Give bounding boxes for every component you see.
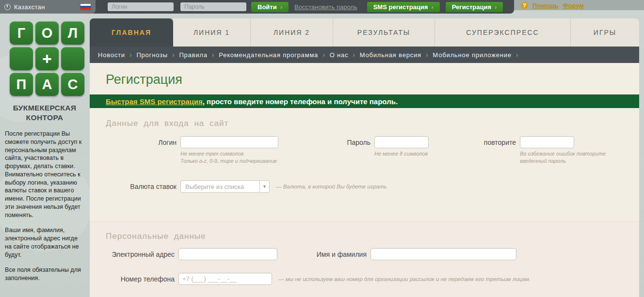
currency-hint: — Валюта, в которой Вы будете играть [276,180,387,189]
logo-tile: С [61,73,84,96]
login-hint-line1: Не менее трех символов. [180,150,278,157]
main-area: ГЛАВНАЯ ЛИНИЯ 1 ЛИНИЯ 2 РЕЗУЛЬТАТЫ СУПЕР… [90,14,639,297]
logo-tile: А [35,73,59,96]
sms-registration-button[interactable]: SMS регистрация › [367,2,440,12]
personal-section-title: Персональные данные [106,232,639,241]
sidebar: Г О Л + П А С БУКМЕКЕРСКАЯ КОНТОРА После… [0,14,90,297]
credentials-row: Логин Не менее трех символов. Только a-z… [90,136,639,165]
full-name-input[interactable] [370,248,516,260]
logo-subtitle-line2: КОНТОРА [5,113,84,123]
nav-item-referral[interactable]: Рекомендательная программа [219,51,318,59]
registration-password-input[interactable] [374,136,429,148]
russia-flag-icon[interactable] [80,4,91,10]
email-input[interactable] [178,248,277,260]
arrow-right-icon: › [280,3,282,11]
password-hint: Не менее 8 символов [374,150,429,157]
phone-hint: — мы не используем ваш номер для организ… [278,273,531,282]
password-input[interactable] [180,2,246,11]
nav-item-mobile-app[interactable]: Мобильное приложение [433,51,511,59]
help-link[interactable]: Помощь [532,2,558,9]
topbar: Казахстан Войти › Восстановить пароль SM… [0,0,514,14]
login-section-title: Данные для входа на сайт [106,119,639,128]
globe-icon [4,4,11,10]
topbar-right-links: ? Помощь Форум [521,0,584,11]
currency-select[interactable]: Выберите из списка ▼ [180,180,270,193]
login-hint: Не менее трех символов. Только a-z, 0-9,… [180,150,278,165]
login-input[interactable] [108,2,174,11]
tab-liniya-1[interactable]: ЛИНИЯ 1 [173,18,251,47]
chevron-right-icon: › [516,51,518,59]
logo-tile: Л [61,21,84,45]
recover-password-link[interactable]: Восстановить пароль [294,3,357,11]
chevron-right-icon: › [129,51,132,59]
banner-text: , просто введите номер телефона и получи… [203,97,398,106]
logo-tile: Г [10,21,33,45]
nav-item-mobile-version[interactable]: Мобильная версия [360,51,421,59]
sign-in-label: Войти [258,3,277,11]
page-title: Регистрация [106,72,639,87]
phone-input[interactable] [178,273,272,285]
logo-tile: П [10,73,33,96]
nav-item-pravila[interactable]: Правила [179,51,207,59]
language-selector[interactable]: Казахстан [0,0,96,14]
chevron-right-icon: › [353,51,355,59]
login-field-label: Логин [90,136,180,146]
logo-tile [61,47,84,70]
login-hint-line2: Только a-z, 0-9, тире и подчеркивание [180,157,278,165]
sidebar-paragraph: Все поля обязательны для заполнения. [5,266,84,282]
nav-item-o-nas[interactable]: О нас [330,51,349,59]
logo-tile [10,47,33,70]
nav-item-novosti[interactable]: Новости [98,51,125,59]
email-field-label: Электронный адрес [90,248,178,258]
registration-button[interactable]: Регистрация › [446,2,503,12]
phone-row: Номер телефона — мы не используем ваш но… [90,273,639,285]
email-name-row: Электронный адрес Имя и фамилия [90,248,639,260]
chevron-right-icon: › [426,51,428,59]
arrow-right-icon: › [431,3,433,11]
sidebar-paragraph: Ваши имя, фамилия, электронный адрес ниг… [5,226,84,259]
logo-tile: О [35,21,59,45]
repeat-password-input[interactable] [520,136,574,148]
help-icon[interactable]: ? [521,2,528,9]
nav-item-prognozy[interactable]: Прогнозы [136,51,168,59]
forum-link[interactable]: Форум [563,2,583,9]
tab-igry[interactable]: ИГРЫ [571,18,639,47]
country-label: Казахстан [14,3,45,11]
sidebar-info-text: После регистрации Вы сможете получить до… [5,130,84,282]
content-panel: Регистрация Быстрая SMS регистрация, про… [90,63,639,297]
tab-glavnaya[interactable]: ГЛАВНАЯ [90,18,173,47]
phone-field-label: Номер телефона [90,273,178,283]
logo-subtitle: БУКМЕКЕРСКАЯ КОНТОРА [5,103,84,123]
logo-tile-plus: + [35,47,59,70]
sms-registration-banner: Быстрая SMS регистрация, просто введите … [90,94,639,108]
sidebar-paragraph: После регистрации Вы сможете получить до… [5,130,84,219]
name-field-label: Имя и фамилия [277,248,370,258]
sms-registration-label: SMS регистрация [373,3,428,11]
tab-liniya-2[interactable]: ЛИНИЯ 2 [251,18,333,47]
chevron-right-icon: › [322,51,325,59]
currency-select-placeholder: Выберите из списка [181,181,259,192]
tab-rezultaty[interactable]: РЕЗУЛЬТАТЫ [333,18,435,47]
logo-subtitle-line1: БУКМЕКЕРСКАЯ [5,103,84,113]
registration-label: Регистрация [452,3,491,11]
sign-in-button[interactable]: Войти › [251,2,289,12]
chevron-down-icon: ▼ [259,181,269,192]
arrow-right-icon: › [495,3,497,11]
registration-login-input[interactable] [180,136,278,148]
tab-superexpress[interactable]: СУПЕРЭКСПРЕСС [435,18,571,47]
currency-row: Валюта ставок Выберите из списка ▼ — Вал… [90,180,639,193]
personal-data-section: Персональные данные Электронный адрес Им… [90,221,639,297]
logo[interactable]: Г О Л + П А С [10,21,84,96]
secondary-nav: Новости› Прогнозы› Правила› Рекомендател… [90,47,639,63]
password-field-label: Пароль [278,136,374,146]
currency-field-label: Валюта ставок [90,180,180,190]
main-tabs: ГЛАВНАЯ ЛИНИЯ 1 ЛИНИЯ 2 РЕЗУЛЬТАТЫ СУПЕР… [90,18,639,47]
chevron-right-icon: › [172,51,175,59]
repeat-hint: Во избежание ошибок повторите введенный … [520,150,606,165]
fast-sms-registration-link[interactable]: Быстрая SMS регистрация [106,97,203,106]
chevron-right-icon: › [212,51,214,59]
repeat-field-label: повторите [429,136,520,146]
